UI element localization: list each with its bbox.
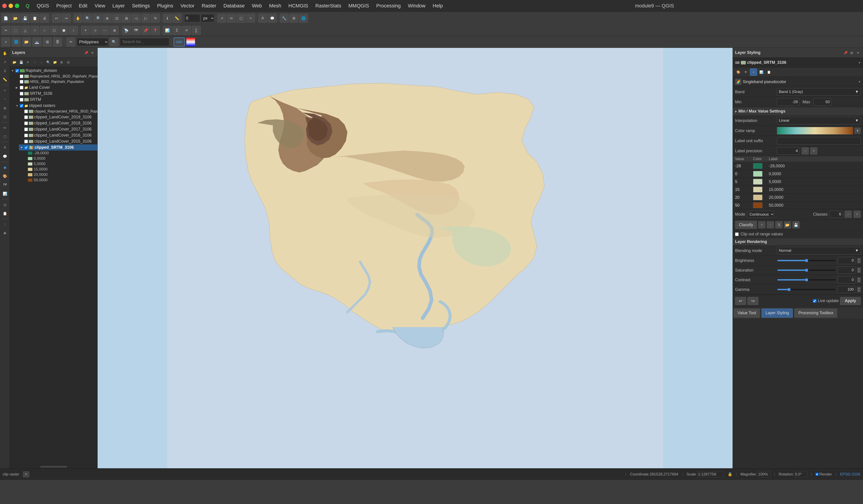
print-button[interactable]: 🖨 (40, 14, 49, 23)
digitize-btn6[interactable]: ⬡ (50, 26, 59, 35)
contrast-spinner[interactable]: ▲ ▼ (857, 277, 861, 283)
layer-item[interactable]: clipped_LandCover_2019_3106 (19, 114, 97, 120)
ls-transparency-btn[interactable]: ◎ (1, 201, 9, 209)
brightness-down-btn[interactable]: ▼ (857, 260, 861, 263)
color-ramp-dropdown-btn[interactable]: ▼ (854, 128, 861, 134)
layer-styling-tab[interactable]: Layer Styling (762, 309, 792, 318)
layer-item[interactable]: ▼ Rajshahi_division (10, 68, 97, 74)
digitize-btn7[interactable]: ⬢ (59, 26, 68, 35)
reverse-colors-btn[interactable]: ⇅ (775, 221, 783, 229)
digitize-btn2[interactable]: ⬚ (11, 26, 20, 35)
color-entry-value[interactable]: 20 (735, 195, 753, 200)
stats-btn1[interactable]: 📊 (163, 26, 172, 35)
layer-open-btn[interactable]: 📂 (11, 59, 17, 65)
layer-group-btn[interactable]: 📁 (52, 59, 58, 65)
zoom-next-button[interactable]: ▷ (141, 14, 150, 23)
add-wms-button[interactable]: 🌐 (12, 38, 21, 47)
layer-filter-btn[interactable]: 🔍 (45, 59, 51, 65)
saturation-track[interactable] (777, 270, 836, 271)
blending-mode-value[interactable]: Normal ▼ (777, 247, 861, 255)
scale-lock-icon[interactable]: 🔒 (728, 472, 733, 477)
add-csv-button[interactable]: ⊞ (43, 38, 52, 47)
ls-render-btn[interactable]: 🗺 (1, 181, 9, 189)
gamma-down-btn[interactable]: ▼ (857, 289, 861, 292)
color-entry-swatch-container[interactable] (753, 194, 769, 201)
layer-checkbox[interactable] (15, 69, 19, 73)
brightness-up-btn[interactable]: ▲ (857, 258, 861, 260)
ls-zoom-layer-btn[interactable]: ⊡ (1, 113, 9, 121)
menu-web[interactable]: Web (250, 2, 264, 10)
layer-checkbox[interactable] (24, 115, 28, 119)
color-entry-row[interactable]: 0 0,0000 (733, 170, 863, 178)
gamma-up-btn[interactable]: ▲ (857, 287, 861, 289)
expand-arrow[interactable]: ▼ (20, 146, 23, 149)
maximize-button[interactable] (15, 4, 19, 8)
expand-arrow[interactable]: ▼ (16, 104, 19, 107)
band-value[interactable]: Band 1 (Gray) ▼ (777, 88, 861, 96)
value-tool-tab[interactable]: Value Tool (734, 309, 760, 318)
gamma-value[interactable]: 100 (837, 286, 855, 293)
color-entry-value[interactable]: -28 (735, 164, 753, 168)
menu-mmqgis[interactable]: MMQGIS (347, 2, 371, 10)
si-histogram-btn[interactable]: 📊 (758, 68, 765, 76)
refresh-button[interactable]: ↻ (151, 14, 160, 23)
layer-item[interactable]: ▶ 📁 Land Cover (14, 85, 97, 91)
magnifier-input[interactable] (757, 471, 771, 478)
ls-select-btn[interactable]: ↗ (1, 58, 9, 66)
layer-item[interactable]: ▼ 📁 clipped rasters (14, 103, 97, 109)
menu-project[interactable]: Project (54, 2, 73, 10)
undo-style-btn[interactable]: ↩ (735, 297, 746, 305)
layer-checkbox[interactable] (20, 75, 23, 78)
styling-close-btn[interactable]: ✕ (855, 50, 861, 55)
ls-style-btn[interactable]: 🎨 (1, 172, 9, 180)
menu-plugins[interactable]: Plugins (155, 2, 175, 10)
expand-arrow[interactable]: ▶ (16, 86, 19, 89)
layer-checkbox[interactable] (20, 92, 23, 95)
redo-style-btn[interactable]: ↪ (748, 297, 759, 305)
saturation-value[interactable]: 0 (837, 267, 855, 274)
layers-scrollbar[interactable] (10, 465, 97, 468)
styling-undock-btn[interactable]: ⊞ (849, 50, 854, 55)
menu-processing[interactable]: Processing (374, 2, 402, 10)
menu-help[interactable]: Help (431, 2, 445, 10)
ls-node-btn[interactable]: ⬡ (1, 132, 9, 141)
layer-item[interactable]: clipped_LandCover_2015_3106 (19, 138, 97, 144)
color-entry-swatch-container[interactable] (753, 179, 769, 185)
layer-checkbox[interactable] (24, 140, 28, 143)
menu-window[interactable]: Window (406, 2, 427, 10)
redo-button[interactable]: ↪ (62, 14, 71, 23)
add-vector-button[interactable]: 📂 (22, 38, 31, 47)
minmax-settings-header[interactable]: ▶ Min / Max Value Settings (733, 107, 863, 116)
layer-checkbox[interactable] (24, 128, 28, 131)
gps-btn2[interactable]: 🗺 (132, 26, 140, 35)
label-button[interactable]: A (258, 14, 267, 23)
layer-item[interactable]: clipped_LandCover_2018_3106 (19, 120, 97, 126)
color-entry-value[interactable]: 50 (735, 203, 753, 208)
ls-measure-btn[interactable]: 📏 (1, 76, 9, 83)
classes-increase-btn[interactable]: + (853, 211, 861, 218)
zoom-in-button[interactable]: 🔍 (83, 14, 92, 23)
layer-save-btn[interactable]: 💾 (18, 59, 24, 65)
saturation-thumb[interactable] (805, 269, 808, 272)
brightness-value[interactable]: 0 (837, 257, 855, 264)
snap-btn2[interactable]: ⊹ (91, 26, 100, 35)
apply-button[interactable]: Apply (840, 297, 861, 305)
contrast-value[interactable]: 0 (837, 276, 855, 283)
layer-checkbox[interactable] (20, 98, 23, 102)
menu-vector[interactable]: Vector (179, 2, 196, 10)
layer-down-btn[interactable]: ↓ (38, 59, 45, 65)
scale-input[interactable] (697, 471, 724, 478)
ls-metadata-btn[interactable]: 📋 (1, 209, 9, 217)
zoom-full-button[interactable]: ⊕ (102, 14, 112, 23)
si-color-ramp-btn[interactable]: ≡ (750, 68, 757, 76)
rotation-unit-select[interactable]: px (201, 14, 214, 22)
stats-btn2[interactable]: Σ (173, 26, 182, 35)
digitize-btn1[interactable]: ✂ (1, 26, 10, 35)
save-colormap-btn[interactable]: 💾 (792, 221, 800, 229)
ls-zoom-full-btn[interactable]: ⊕ (1, 104, 9, 112)
color-swatch-1[interactable] (753, 163, 763, 169)
color-entry-swatch-container[interactable] (753, 163, 769, 169)
save-project-button[interactable]: 💾 (21, 14, 30, 23)
mode-select[interactable]: Continuous (747, 211, 774, 218)
color-swatch-5[interactable] (753, 194, 763, 201)
